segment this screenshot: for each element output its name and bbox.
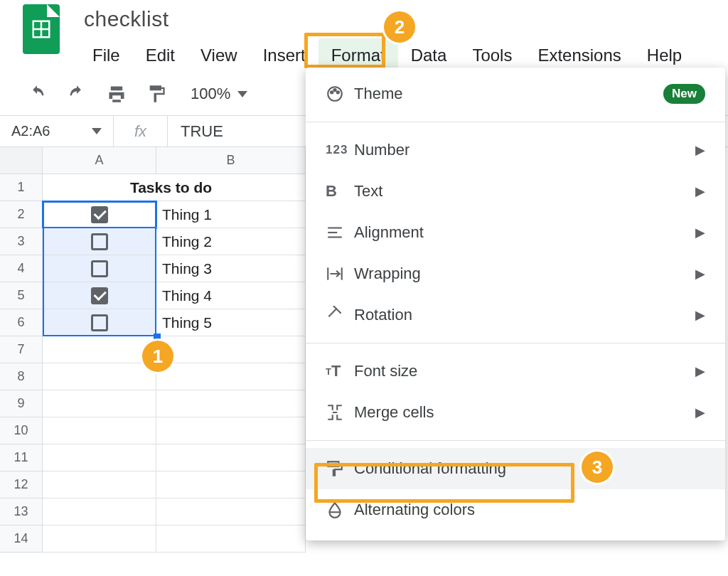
row-header[interactable]: 5 bbox=[0, 282, 43, 309]
alignment-icon bbox=[326, 223, 354, 242]
wrapping-icon bbox=[326, 265, 354, 283]
chevron-right-icon: ▶ bbox=[695, 266, 705, 282]
cell-task-label[interactable]: Thing 4 bbox=[156, 282, 306, 309]
bold-icon: B bbox=[326, 182, 354, 201]
menu-label: Rotation bbox=[354, 306, 695, 324]
zoom-value: 100% bbox=[191, 85, 230, 103]
row-header[interactable]: 4 bbox=[0, 255, 43, 282]
cell-task-label[interactable]: Thing 1 bbox=[156, 201, 306, 228]
cell-empty[interactable] bbox=[156, 526, 306, 553]
cell-checkbox[interactable] bbox=[43, 282, 156, 309]
row-header[interactable]: 11 bbox=[0, 444, 43, 471]
cell-checkbox[interactable] bbox=[43, 228, 156, 255]
cell-empty[interactable] bbox=[43, 471, 156, 498]
svg-point-5 bbox=[333, 89, 336, 91]
row-header[interactable]: 10 bbox=[0, 417, 43, 444]
menu-label: Wrapping bbox=[354, 265, 695, 283]
menu-item-alignment[interactable]: Alignment ▶ bbox=[306, 212, 725, 253]
menu-label: Text bbox=[354, 182, 695, 201]
menu-label: Number bbox=[354, 141, 695, 159]
number-icon: 123 bbox=[326, 143, 354, 157]
row-header[interactable]: 9 bbox=[0, 390, 43, 417]
merge-icon bbox=[326, 403, 354, 422]
chevron-right-icon: ▶ bbox=[695, 363, 705, 379]
menu-item-number[interactable]: 123 Number ▶ bbox=[306, 129, 725, 171]
menu-item-rotation[interactable]: Rotation ▶ bbox=[306, 294, 725, 336]
sheets-logo[interactable] bbox=[23, 4, 60, 54]
cell-task-label[interactable]: Thing 2 bbox=[156, 228, 306, 255]
row-header[interactable]: 2 bbox=[0, 201, 43, 228]
cell-empty[interactable] bbox=[156, 498, 306, 526]
cell-empty[interactable] bbox=[156, 390, 306, 417]
menu-label: Theme bbox=[354, 85, 663, 103]
menu-edit[interactable]: Edit bbox=[133, 38, 188, 73]
checkbox-icon bbox=[91, 206, 108, 223]
cell-empty[interactable] bbox=[43, 498, 156, 526]
chevron-right-icon: ▶ bbox=[695, 183, 705, 199]
row-header[interactable]: 7 bbox=[0, 336, 43, 363]
checkbox-icon bbox=[91, 287, 108, 304]
new-badge: New bbox=[663, 84, 705, 104]
droplet-icon bbox=[326, 501, 354, 519]
cell-task-label[interactable]: Thing 5 bbox=[156, 309, 306, 336]
annotation-badge-step2: 2 bbox=[384, 11, 415, 43]
row-header[interactable]: 1 bbox=[0, 174, 43, 201]
menu-item-alternating-colors[interactable]: Alternating colors bbox=[306, 489, 725, 530]
menu-view[interactable]: View bbox=[188, 38, 250, 73]
cell-checkbox[interactable] bbox=[43, 255, 156, 282]
checkbox-icon bbox=[91, 233, 108, 250]
paint-roller-icon bbox=[326, 459, 354, 478]
menu-item-merge-cells[interactable]: Merge cells ▶ bbox=[306, 392, 725, 433]
undo-button[interactable] bbox=[26, 82, 48, 105]
menu-label: Conditional formatting bbox=[354, 459, 705, 478]
annotation-badge-step3: 3 bbox=[582, 452, 613, 483]
cell-header[interactable]: Tasks to do bbox=[43, 174, 306, 201]
menu-file[interactable]: File bbox=[80, 38, 133, 73]
cell-empty[interactable] bbox=[156, 471, 306, 498]
cell-empty[interactable] bbox=[43, 363, 156, 390]
formula-input[interactable]: TRUE bbox=[168, 122, 236, 141]
column-header-A[interactable]: A bbox=[43, 147, 156, 174]
cell-checkbox[interactable] bbox=[43, 309, 156, 336]
cell-empty[interactable] bbox=[156, 444, 306, 471]
paint-format-button[interactable] bbox=[145, 82, 168, 105]
name-box-value: A2:A6 bbox=[11, 123, 50, 139]
font-size-icon: TT bbox=[326, 362, 354, 380]
menu-item-theme[interactable]: Theme New bbox=[306, 73, 725, 114]
redo-button[interactable] bbox=[65, 82, 88, 105]
cell-empty[interactable] bbox=[43, 390, 156, 417]
row-header[interactable]: 12 bbox=[0, 471, 43, 498]
name-box[interactable]: A2:A6 bbox=[0, 116, 114, 146]
chevron-right-icon: ▶ bbox=[695, 405, 705, 420]
print-button[interactable] bbox=[105, 82, 128, 105]
menu-item-font-size[interactable]: TT Font size ▶ bbox=[306, 351, 725, 392]
cell-empty[interactable] bbox=[43, 526, 156, 553]
checkbox-icon bbox=[91, 260, 108, 277]
row-header[interactable]: 13 bbox=[0, 498, 43, 526]
cell-task-label[interactable]: Thing 3 bbox=[156, 255, 306, 282]
select-all-corner[interactable] bbox=[0, 147, 43, 174]
palette-icon bbox=[326, 85, 354, 103]
menu-item-wrapping[interactable]: Wrapping ▶ bbox=[306, 253, 725, 294]
menu-item-text[interactable]: B Text ▶ bbox=[306, 171, 725, 212]
menu-label: Merge cells bbox=[354, 403, 695, 422]
row-header[interactable]: 8 bbox=[0, 363, 43, 390]
row-header[interactable]: 14 bbox=[0, 526, 43, 553]
cell-empty[interactable] bbox=[156, 417, 306, 444]
cell-checkbox[interactable] bbox=[43, 201, 156, 228]
menu-item-conditional-formatting[interactable]: Conditional formatting bbox=[306, 448, 725, 489]
row-header[interactable]: 3 bbox=[0, 228, 43, 255]
svg-rect-12 bbox=[328, 462, 338, 466]
row-header[interactable]: 6 bbox=[0, 309, 43, 336]
column-header-B[interactable]: B bbox=[156, 147, 306, 174]
annotation-badge-step1: 1 bbox=[142, 341, 173, 372]
zoom-dropdown[interactable]: 100% bbox=[185, 85, 253, 103]
cell-empty[interactable] bbox=[156, 336, 306, 363]
selection-handle[interactable] bbox=[154, 334, 161, 341]
menu-label: Font size bbox=[354, 362, 695, 380]
cell-empty[interactable] bbox=[43, 417, 156, 444]
cell-empty[interactable] bbox=[156, 363, 306, 390]
cell-empty[interactable] bbox=[43, 336, 156, 363]
cell-empty[interactable] bbox=[43, 444, 156, 471]
menu-separator bbox=[306, 122, 725, 122]
